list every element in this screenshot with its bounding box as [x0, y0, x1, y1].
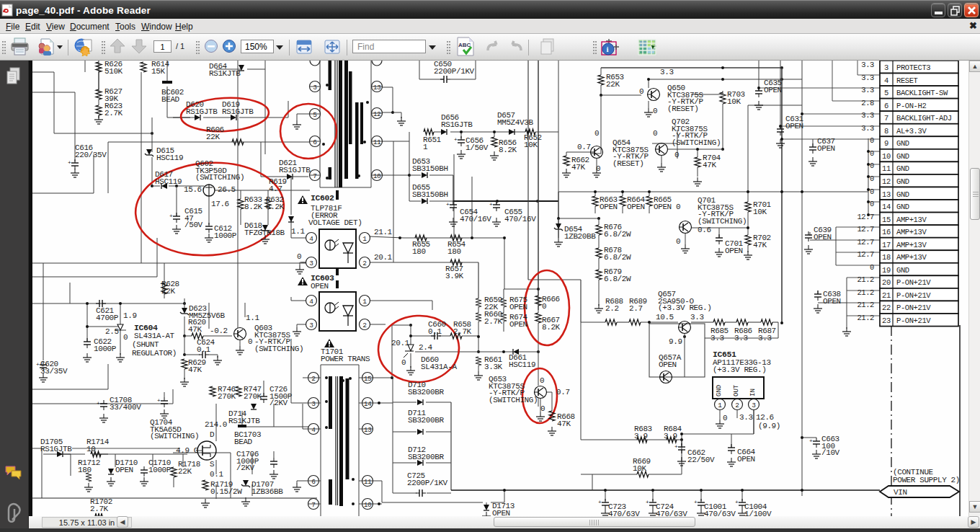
svg-text:2: 2 — [735, 402, 739, 409]
svg-text:0: 0 — [676, 203, 680, 211]
svg-text:0.1: 0.1 — [428, 327, 442, 336]
svg-text:4: 4 — [884, 76, 888, 85]
svg-text:2.4: 2.4 — [419, 343, 432, 352]
svg-text:BACKLIGHT-SW: BACKLIGHT-SW — [896, 89, 948, 97]
svg-text:2.5: 2.5 — [105, 327, 119, 336]
svg-text:3.3: 3.3 — [861, 111, 874, 120]
svg-text:IN: IN — [749, 389, 757, 396]
svg-text:1.1: 1.1 — [291, 227, 305, 236]
svg-text:RS1GJTB: RS1GJTB — [441, 120, 473, 129]
svg-text:180: 180 — [412, 247, 426, 256]
svg-text:0: 0 — [870, 200, 874, 208]
svg-text:+: + — [598, 499, 602, 505]
svg-text:22K: 22K — [206, 133, 220, 141]
svg-text:6: 6 — [311, 478, 316, 486]
svg-text:4.7: 4.7 — [269, 185, 282, 193]
svg-text:13: 13 — [882, 190, 891, 199]
svg-text:7: 7 — [311, 501, 315, 509]
svg-text:3.3: 3.3 — [861, 124, 874, 133]
svg-text:P-ON+21V: P-ON+21V — [896, 303, 931, 312]
svg-text:0: 0 — [870, 263, 874, 272]
svg-text:+: + — [735, 499, 739, 505]
svg-text:2200P/1KV: 2200P/1KV — [434, 67, 475, 76]
svg-text:1000P: 1000P — [94, 345, 117, 353]
svg-text:P-ON+21V: P-ON+21V — [896, 291, 931, 300]
svg-text:/50V: /50V — [184, 221, 203, 229]
svg-text:3: 3 — [884, 63, 888, 72]
svg-text:0: 0 — [540, 376, 544, 385]
svg-text:2.7K: 2.7K — [104, 109, 123, 118]
svg-text:7: 7 — [313, 172, 316, 180]
svg-text:4: 4 — [309, 235, 313, 243]
svg-text:7: 7 — [884, 114, 888, 123]
svg-text:3.3: 3.3 — [861, 86, 874, 94]
svg-text:D: D — [210, 430, 215, 439]
svg-text:+: + — [36, 361, 40, 368]
svg-text:(SHUNT: (SHUNT — [132, 340, 159, 349]
svg-text:0: 0 — [123, 333, 128, 342]
svg-text:2.7: 2.7 — [629, 304, 643, 313]
svg-text:0: 0 — [870, 187, 874, 196]
svg-text:+: + — [694, 499, 698, 505]
svg-text:1.1: 1.1 — [246, 314, 259, 322]
svg-text:9: 9 — [884, 139, 888, 148]
svg-text:3: 3 — [752, 402, 756, 409]
svg-text:VOLTAGE DET): VOLTAGE DET) — [308, 218, 362, 227]
svg-text:1000P: 1000P — [148, 466, 172, 474]
svg-text:3.9: 3.9 — [664, 432, 677, 440]
svg-text:4: 4 — [311, 426, 316, 434]
svg-text:OPEN: OPEN — [627, 203, 645, 211]
svg-text:0: 0 — [870, 149, 874, 158]
svg-text:GND: GND — [716, 385, 723, 396]
svg-text:470/63V: 470/63V — [656, 510, 687, 517]
svg-text:1ZB36BB: 1ZB36BB — [251, 487, 283, 496]
svg-text:+: + — [454, 136, 458, 143]
svg-text:21.2: 21.2 — [857, 275, 874, 284]
svg-text:12.7: 12.7 — [857, 238, 874, 247]
svg-text:1.9: 1.9 — [123, 311, 137, 320]
svg-text:BACKLIGHT-ADJ: BACKLIGHT-ADJ — [896, 114, 952, 123]
svg-text:(RESET): (RESET) — [612, 159, 643, 168]
svg-text:VIN: VIN — [894, 488, 907, 497]
svg-text:OPEN: OPEN — [823, 297, 841, 306]
svg-text:0: 0 — [542, 302, 546, 311]
svg-text:+: + — [169, 213, 173, 219]
svg-text:11: 11 — [364, 478, 372, 486]
svg-text:0: 0 — [870, 136, 874, 145]
svg-text:10: 10 — [86, 445, 95, 453]
svg-text:3.3: 3.3 — [758, 334, 772, 342]
svg-text:S: S — [210, 460, 215, 469]
svg-text:+: + — [446, 201, 450, 208]
svg-text:15K: 15K — [151, 67, 165, 76]
svg-text:17: 17 — [882, 241, 891, 249]
svg-text:P-ON-H2: P-ON-H2 — [896, 102, 926, 110]
svg-text:0: 0 — [401, 358, 406, 367]
svg-text:ABC: ABC — [458, 42, 471, 48]
svg-text:2.8: 2.8 — [861, 99, 874, 107]
svg-text:21.2: 21.2 — [857, 301, 874, 309]
svg-text:0: 0 — [297, 252, 301, 261]
svg-text:REGULATOR): REGULATOR) — [132, 349, 177, 358]
svg-text:(SWITCHING): (SWITCHING) — [672, 138, 721, 147]
svg-text:22K: 22K — [161, 287, 175, 296]
svg-text:16: 16 — [882, 228, 891, 236]
svg-text:HSC119: HSC119 — [156, 154, 183, 162]
svg-text:0: 0 — [676, 237, 680, 246]
svg-text:RS1GJTB: RS1GJTB — [279, 166, 311, 174]
svg-text:OPEN: OPEN — [737, 455, 755, 464]
svg-text:3.3: 3.3 — [710, 334, 724, 342]
svg-text:SL431A-AT: SL431A-AT — [134, 332, 175, 340]
svg-text:(+3.3V REG.): (+3.3V REG.) — [713, 365, 766, 374]
svg-text:3: 3 — [313, 84, 317, 92]
svg-text:3.9K: 3.9K — [445, 272, 464, 280]
svg-text:OPEN: OPEN — [492, 509, 510, 517]
svg-text:GND: GND — [896, 203, 909, 211]
svg-text:15: 15 — [882, 216, 891, 224]
svg-text:GND: GND — [896, 177, 909, 186]
svg-text:8.2K: 8.2K — [542, 323, 561, 332]
svg-text:220/35V: 220/35V — [75, 151, 107, 159]
svg-text:AMP+13V: AMP+13V — [896, 241, 927, 249]
svg-text:8: 8 — [884, 127, 888, 136]
svg-text:TFZGTR18B: TFZGTR18B — [244, 229, 285, 237]
svg-text:0: 0 — [870, 161, 874, 170]
